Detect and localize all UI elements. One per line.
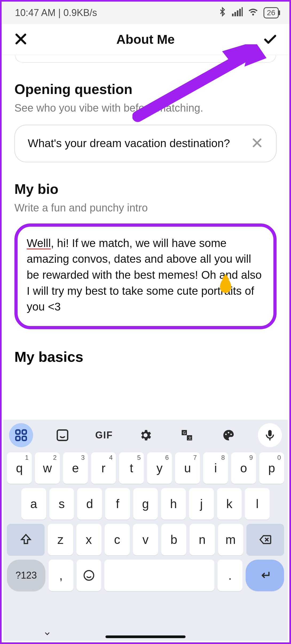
- key-m[interactable]: m: [218, 524, 243, 555]
- svg-rect-10: [22, 436, 26, 440]
- keyboard-collapse-icon[interactable]: [43, 630, 51, 639]
- svg-rect-11: [57, 430, 68, 441]
- key-t[interactable]: t5: [119, 452, 144, 484]
- enter-key[interactable]: [246, 560, 284, 591]
- key-c[interactable]: c: [105, 524, 130, 555]
- symbols-key[interactable]: ?123: [7, 560, 45, 591]
- key-r[interactable]: r4: [91, 452, 116, 484]
- svg-rect-2: [237, 10, 238, 16]
- comma-key[interactable]: ,: [49, 560, 73, 591]
- opening-question-subtitle: See who you vibe with before matching.: [14, 102, 277, 114]
- key-u[interactable]: u7: [175, 452, 200, 484]
- key-f[interactable]: f: [105, 488, 130, 520]
- key-l[interactable]: l: [245, 488, 270, 520]
- opening-question-title: Opening question: [14, 81, 277, 97]
- key-q[interactable]: q1: [7, 452, 32, 484]
- confirm-button[interactable]: [263, 32, 278, 48]
- key-v[interactable]: v: [133, 524, 158, 555]
- shift-key[interactable]: [7, 524, 45, 555]
- key-g[interactable]: g: [133, 488, 158, 520]
- svg-point-14: [225, 434, 227, 435]
- keyboard-row-3: zxcvbnm: [7, 524, 284, 555]
- close-button[interactable]: [13, 32, 28, 48]
- svg-point-16: [230, 434, 232, 435]
- keyboard-settings-icon[interactable]: [133, 423, 158, 447]
- key-d[interactable]: d: [77, 488, 102, 520]
- microphone-icon[interactable]: [258, 423, 282, 447]
- key-s[interactable]: s: [49, 488, 74, 520]
- emoji-key[interactable]: [77, 560, 101, 591]
- svg-rect-3: [239, 9, 241, 16]
- keyboard-bottom-row: ?123 , .: [3, 560, 288, 591]
- key-n[interactable]: n: [190, 524, 215, 555]
- key-k[interactable]: k: [217, 488, 242, 520]
- opening-question-card[interactable]: What's your dream vacation destination?: [14, 125, 277, 162]
- theme-icon[interactable]: [217, 423, 241, 447]
- key-o[interactable]: o9: [231, 452, 256, 484]
- backspace-key[interactable]: [246, 524, 284, 555]
- svg-rect-9: [16, 436, 20, 440]
- sticker-icon[interactable]: [50, 423, 74, 447]
- key-y[interactable]: y6: [147, 452, 172, 484]
- svg-rect-0: [232, 14, 234, 16]
- svg-point-17: [84, 571, 94, 580]
- opening-question-text: What's your dream vacation destination?: [28, 136, 230, 151]
- header: About Me: [2, 24, 289, 55]
- space-key[interactable]: [104, 560, 214, 591]
- key-h[interactable]: h: [161, 488, 186, 520]
- keyboard-apps-icon[interactable]: [9, 423, 33, 447]
- content-area: Opening question See who you vibe with b…: [2, 55, 289, 365]
- key-z[interactable]: z: [48, 524, 73, 555]
- keyboard-toolbar: GIF G文: [3, 420, 288, 451]
- key-x[interactable]: x: [76, 524, 101, 555]
- status-bar: 10:47 AM | 0.9KB/s 26: [2, 2, 289, 24]
- svg-text:G: G: [183, 430, 186, 435]
- svg-rect-8: [22, 430, 26, 434]
- svg-rect-4: [242, 7, 243, 16]
- key-e[interactable]: e3: [63, 452, 88, 484]
- key-a[interactable]: a: [21, 488, 46, 520]
- svg-rect-7: [16, 430, 20, 434]
- bio-text-field[interactable]: Welll, hi! If we match, we will have som…: [14, 223, 277, 329]
- key-i[interactable]: i8: [203, 452, 228, 484]
- key-j[interactable]: j: [189, 488, 214, 520]
- previous-card-peek: [15, 55, 276, 62]
- bio-title: My bio: [14, 181, 277, 197]
- gif-button[interactable]: GIF: [92, 423, 116, 447]
- bio-misspelled-word: Welll: [27, 237, 51, 249]
- keyboard-row-1: q1w2e3r4t5y6u7i8o9p0: [7, 452, 284, 484]
- key-b[interactable]: b: [161, 524, 186, 555]
- bio-subtitle: Write a fun and punchy intro: [14, 202, 277, 214]
- svg-rect-1: [234, 12, 236, 16]
- soft-keyboard: GIF G文 q1w2e3r4t5y6u7i8o9p0 asdfghjkl zx…: [3, 420, 288, 641]
- clear-question-button[interactable]: [251, 137, 263, 150]
- battery-indicator: 26: [264, 7, 279, 18]
- keyboard-row-2: asdfghjkl: [7, 488, 284, 520]
- bluetooth-icon: [218, 7, 227, 19]
- key-p[interactable]: p0: [259, 452, 284, 484]
- cell-signal-icon: [232, 7, 243, 19]
- translate-icon[interactable]: G文: [175, 423, 199, 447]
- key-w[interactable]: w2: [35, 452, 60, 484]
- page-title: About Me: [2, 32, 289, 47]
- wifi-icon: [247, 6, 259, 20]
- svg-point-15: [228, 432, 229, 433]
- period-key[interactable]: .: [218, 560, 242, 591]
- basics-title: My basics: [14, 348, 277, 365]
- status-time: 10:47 AM | 0.9KB/s: [15, 7, 97, 18]
- svg-text:文: 文: [188, 436, 192, 440]
- status-right: 26: [218, 6, 279, 20]
